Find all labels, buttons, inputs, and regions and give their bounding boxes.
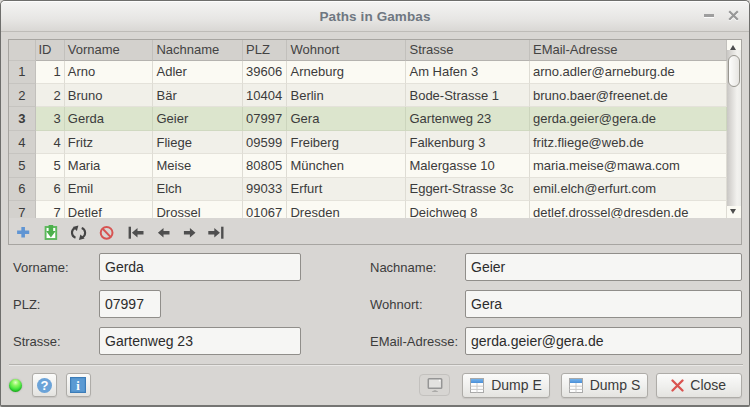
svg-text:?: ?	[41, 378, 49, 393]
svg-text:i: i	[76, 379, 80, 393]
